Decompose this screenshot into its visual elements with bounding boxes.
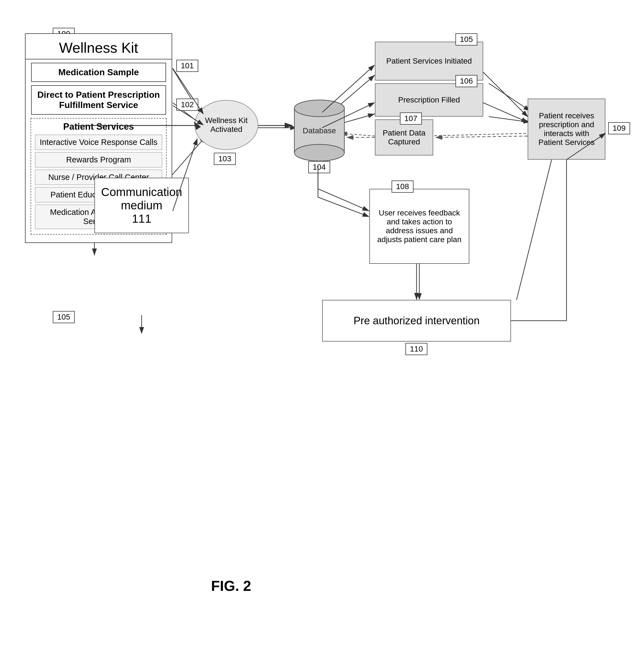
label-108: 108: [392, 180, 414, 193]
svg-line-33: [483, 103, 528, 122]
label-104: 104: [308, 161, 330, 173]
svg-line-9: [489, 83, 530, 111]
patient-data-captured-node: Patient Data Captured: [375, 119, 433, 155]
label-107: 107: [400, 112, 422, 125]
label-106: 106: [455, 75, 477, 87]
figure-label: FIG. 2: [211, 577, 251, 594]
svg-line-34: [436, 136, 528, 137]
label-102: 102: [176, 99, 198, 111]
wellness-kit-title: Wellness Kit: [25, 34, 172, 59]
label-105-psi: 105: [455, 33, 477, 45]
svg-line-32: [483, 72, 528, 117]
uf-text: User receives feedback and takes action …: [373, 209, 466, 244]
pr-text: Patient receives prescription and intera…: [531, 111, 602, 147]
svg-line-5: [172, 136, 206, 175]
svg-text:Database: Database: [303, 126, 336, 135]
medication-sample-item: Medication Sample: [31, 63, 166, 82]
svg-line-11: [422, 133, 530, 136]
pf-text: Prescription Filled: [398, 96, 460, 104]
wellness-kit-activated-node: Wellness Kit Activated: [194, 100, 258, 150]
ivr-calls-item: Interactive Voice Response Calls: [35, 135, 162, 150]
label-103: 103: [214, 153, 236, 165]
svg-point-19: [295, 100, 344, 117]
user-feedback-node: User receives feedback and takes action …: [370, 189, 469, 264]
svg-line-14: [318, 189, 370, 211]
patient-services-title: Patient Services: [35, 121, 162, 132]
wellness-kit-activated-text: Wellness Kit Activated: [195, 116, 258, 134]
pdc-text: Patient Data Captured: [378, 129, 430, 146]
svg-line-37: [318, 197, 369, 216]
pre-authorized-node: Pre authorized intervention: [322, 300, 511, 342]
label-101: 101: [176, 60, 198, 72]
svg-line-10: [489, 117, 530, 122]
database-node: Database: [291, 97, 347, 164]
label-110: 110: [405, 343, 428, 355]
svg-point-20: [295, 145, 344, 161]
patient-receives-node: Patient receives prescription and intera…: [528, 99, 605, 160]
patient-services-initiated-node: Patient Services Initiated: [375, 42, 483, 80]
diagram-container: 100 Wellness Kit Medication Sample Direc…: [17, 17, 628, 628]
label-109: 109: [608, 122, 630, 134]
label-105-wk: 105: [53, 311, 75, 323]
communication-medium-box: Communicationmedium111: [94, 178, 189, 233]
direct-to-patient-item: Direct to Patient Prescription Fulfillme…: [31, 85, 166, 115]
rewards-program-item: Rewards Program: [35, 152, 162, 167]
prescription-filled-node: Prescription Filled: [375, 83, 483, 117]
communication-medium-text: Communicationmedium111: [101, 186, 182, 226]
pa-text: Pre authorized intervention: [354, 315, 479, 327]
psi-text: Patient Services Initiated: [386, 57, 472, 65]
